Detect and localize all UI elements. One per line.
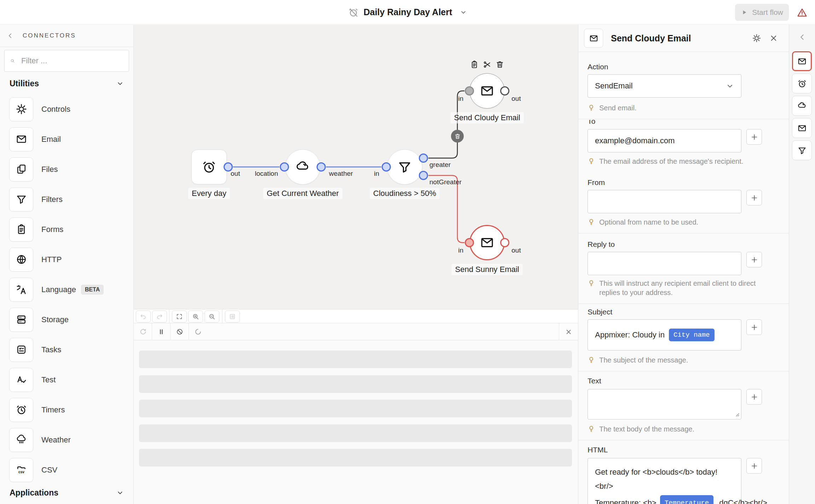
sidebar-item-controls[interactable]: Controls [0,94,133,124]
strip-node-0-selected[interactable] [792,51,812,71]
sidebar-item-http[interactable]: HTTP [0,244,133,274]
port-cloudy-out[interactable] [500,86,509,95]
port-weather-out[interactable] [317,162,326,172]
sidebar-item-csv[interactable]: csvCSV [0,455,133,485]
subject-input[interactable]: Appmixer: Cloudy in City name [588,319,741,351]
tasks-icon [16,344,27,355]
port-sunny-in[interactable] [465,238,474,247]
flow-title-group[interactable]: Daily Rainy Day Alert [348,7,467,18]
ban-button[interactable] [170,323,189,340]
log-close-button[interactable] [559,323,578,340]
scissors-icon[interactable] [483,60,492,69]
gear-icon[interactable] [752,34,761,43]
applications-section-header[interactable]: Applications [0,488,133,498]
log-placeholder-row [139,449,572,467]
node-label-cloudy: Send Cloudy Email [450,112,524,123]
clipboard-icon[interactable] [470,60,479,69]
sidebar-item-storage[interactable]: Storage [0,305,133,335]
start-flow-button[interactable]: Start flow [735,4,789,21]
node-cloudiness-filter[interactable] [387,149,422,185]
node-every-day[interactable] [191,150,227,184]
node-send-sunny-email[interactable] [469,225,505,260]
text-input[interactable] [588,389,741,419]
sidebar-item-email[interactable]: Email [0,124,133,154]
cloud-icon [797,101,807,111]
list-button[interactable] [225,311,240,323]
filter-input[interactable] [21,56,123,65]
connector-icon-card [9,278,33,302]
strip-node-4[interactable] [792,140,812,160]
fullscreen-button[interactable] [172,311,187,323]
from-input[interactable] [588,190,741,213]
redo-icon [156,313,163,320]
node-send-cloudy-email[interactable] [469,73,505,109]
zoom-in-button[interactable] [188,311,203,323]
connector-icon-card [9,157,33,181]
sidebar-item-language[interactable]: LanguageBETA [0,274,133,305]
zoom-out-button[interactable] [204,311,219,323]
connector-icon-card [9,248,33,272]
sidebar-item-test[interactable]: Test [0,365,133,395]
collapse-panel-icon[interactable] [798,33,807,42]
sidebar-item-forms[interactable]: Forms [0,214,133,244]
utilities-section-header[interactable]: Utilities [0,79,133,88]
plus-icon [750,323,758,331]
trash-icon[interactable] [496,60,504,69]
html-input[interactable]: Get ready for <b>clouds</b> today! <br/>… [588,458,741,504]
refresh-button[interactable] [134,323,152,340]
port-filter-in[interactable] [382,162,391,172]
connector-icon-card [9,398,33,422]
port-cloudy-in[interactable] [465,86,474,95]
sidebar-header: CONNECTORS [0,25,133,47]
subject-variable-chip[interactable]: City name [669,329,715,341]
strip-node-2[interactable] [792,96,812,116]
subject-add-variable-button[interactable] [746,319,762,335]
port-filter-notgreater[interactable] [419,171,428,180]
plus-icon [750,462,758,470]
sidebar-item-tasks[interactable]: Tasks [0,335,133,365]
to-add-variable-button[interactable] [746,129,762,145]
port-weather-location[interactable] [280,162,289,172]
sidebar-item-filters[interactable]: Filters [0,184,133,214]
text-add-variable-button[interactable] [746,389,762,405]
connector-label: Files [41,165,58,174]
plus-icon [750,393,758,401]
port-filter-greater[interactable] [419,153,428,163]
inspector-panel: Send Cloudy Email Action SendEmail Send … [578,25,789,504]
spinner-button[interactable] [189,323,207,340]
replyto-input[interactable] [588,252,741,275]
resize-grip-icon[interactable] [735,412,740,417]
sidebar-item-timers[interactable]: Timers [0,395,133,425]
strip-node-1[interactable] [792,74,812,93]
cloud-icon [295,160,310,174]
to-input[interactable] [588,129,741,152]
node-get-current-weather[interactable] [285,149,320,185]
pause-button[interactable] [152,323,170,340]
redo-button[interactable] [152,311,167,323]
html-line: Get ready for <b>clouds</b> today! [595,467,734,477]
from-label: From [588,178,789,187]
html-variable-chip[interactable]: Temperature [660,495,713,504]
sidebar-item-weather[interactable]: Weather [0,425,133,455]
warning-icon[interactable] [797,7,808,18]
back-icon[interactable] [6,32,14,40]
connector-label: Weather [41,435,71,445]
delete-connection-button[interactable] [451,130,464,143]
bulb-icon [588,218,595,226]
strip-node-3[interactable] [792,118,812,138]
alarm-icon [16,404,27,416]
sidebar-item-files[interactable]: Files [0,154,133,184]
port-sunny-out[interactable] [500,238,509,247]
bulb-icon [588,279,595,287]
from-add-variable-button[interactable] [746,190,762,205]
undo-button[interactable] [136,311,151,323]
chevron-down-icon[interactable] [460,9,467,16]
action-select[interactable]: SendEmail [588,74,741,98]
list-icon [229,313,236,320]
action-value: SendEmail [595,81,632,91]
replyto-add-variable-button[interactable] [746,252,762,267]
close-icon[interactable] [769,34,778,43]
html-add-variable-button[interactable] [746,458,762,474]
flow-canvas[interactable]: out Every day location weather Get Curre… [134,25,578,309]
connector-label: Tasks [41,345,61,354]
